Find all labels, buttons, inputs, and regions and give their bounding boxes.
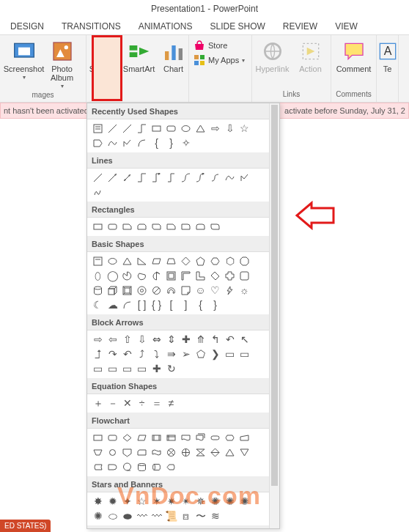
shape-star32[interactable]: ✺ — [92, 510, 104, 522]
shape-arrow-curve-down[interactable]: ⤵ — [150, 348, 163, 361]
shape-arrow-curve-up[interactable]: ⤴ — [136, 348, 148, 361]
shape-or[interactable] — [180, 446, 192, 459]
shape-line[interactable] — [121, 122, 133, 135]
shape-arrow-bentup[interactable]: ⮥ — [92, 348, 104, 361]
shape-star[interactable]: ☆ — [238, 122, 251, 135]
shape-textbox[interactable] — [92, 255, 104, 267]
shape-data[interactable] — [136, 432, 148, 444]
shape-predefined[interactable] — [150, 432, 163, 444]
shape-no-symbol[interactable] — [150, 284, 163, 297]
shape-merge[interactable] — [238, 446, 251, 459]
shape-curve-arrow[interactable] — [194, 171, 207, 184]
shape-stored-data[interactable] — [92, 461, 104, 473]
shape-double-arrow[interactable] — [121, 171, 133, 184]
screenshot-button[interactable]: Screenshot ▾ — [7, 38, 42, 82]
shape-magnetic-disk[interactable] — [136, 461, 148, 473]
shape-heptagon[interactable]: ⬡ — [224, 255, 236, 267]
shape-trapezoid[interactable] — [165, 255, 177, 267]
shape-cube[interactable] — [106, 284, 119, 297]
shape-minus[interactable]: － — [106, 397, 119, 410]
shape-octagon[interactable] — [238, 255, 251, 267]
shape-right-brace[interactable]: } — [209, 299, 221, 311]
shape-manual-input[interactable] — [238, 432, 251, 444]
shape-donut[interactable] — [136, 284, 148, 297]
shape-ribbon-curved-up[interactable]: 〰 — [136, 510, 148, 522]
chart-button[interactable]: Chart — [161, 38, 187, 73]
shape-arrow-left[interactable]: ⇦ — [106, 333, 119, 346]
shape-right-triangle[interactable] — [136, 255, 148, 267]
shape-dodecagon[interactable]: ◯ — [106, 270, 119, 282]
shape-ribbon-down[interactable]: ⬬ — [121, 510, 133, 522]
shape-display[interactable] — [165, 461, 177, 473]
shape-decision[interactable] — [121, 432, 133, 444]
shape-star4[interactable]: ✧ — [180, 137, 192, 149]
shape-half-frame[interactable] — [180, 270, 192, 282]
shape-plaque[interactable] — [238, 270, 251, 282]
shape-curve-free[interactable] — [224, 171, 236, 184]
shape-arrow-leftup[interactable]: ↖ — [238, 333, 251, 346]
shape-arrow-curve-left[interactable]: ↶ — [121, 348, 133, 361]
shape-arrow-pentagon[interactable]: ⬠ — [194, 348, 207, 361]
shape-moon[interactable]: ☾ — [92, 299, 104, 311]
shape-double-wave[interactable]: ≋ — [209, 510, 221, 522]
shape-process[interactable] — [92, 432, 104, 444]
action-button[interactable]: Action — [293, 38, 328, 73]
shape-elbow-double[interactable] — [165, 171, 177, 184]
shape-alt-process[interactable] — [106, 432, 119, 444]
shape-round-same[interactable] — [194, 221, 207, 233]
text-box-button[interactable]: A Te — [379, 38, 397, 73]
shape-double-brace[interactable]: { } — [150, 299, 163, 311]
shape-right-bracket[interactable]: ] — [180, 299, 192, 311]
shape-elbow-arrow[interactable] — [150, 171, 163, 184]
shape-frame[interactable] — [165, 270, 177, 282]
shape-bevel[interactable] — [121, 284, 133, 297]
shape-multidoc[interactable] — [194, 432, 207, 444]
shape-arrow-notched[interactable]: ➢ — [180, 348, 192, 361]
shape-offpage[interactable] — [121, 446, 133, 459]
shape-rounded-rect[interactable] — [165, 122, 177, 135]
shape-rounded-rect[interactable] — [106, 221, 119, 233]
hyperlink-button[interactable]: Hyperlink — [255, 38, 290, 73]
tab-view[interactable]: VIEW — [335, 21, 358, 32]
shape-tape[interactable] — [150, 446, 163, 459]
tab-slideshow[interactable]: SLIDE SHOW — [210, 21, 265, 32]
shape-freeform[interactable] — [238, 171, 251, 184]
shape-left-brace[interactable]: { — [194, 299, 207, 311]
comment-button[interactable]: Comment — [336, 38, 372, 73]
shape-scribble[interactable] — [92, 186, 104, 199]
shape-chord[interactable] — [136, 270, 148, 282]
shape-terminator[interactable] — [209, 432, 221, 444]
shape-ribbon-curved-down[interactable]: 〰 — [150, 510, 163, 522]
shape-snip-diag[interactable] — [150, 221, 163, 233]
shape-cloud[interactable]: ☁ — [106, 299, 119, 311]
shape-lshape[interactable] — [194, 270, 207, 282]
shape-snip-round[interactable] — [165, 221, 177, 233]
shape-arrow-right[interactable]: ⇨ — [209, 122, 221, 135]
store-button[interactable]: Store — [191, 38, 250, 53]
shape-manual-op[interactable] — [92, 446, 104, 459]
shape-parallelogram[interactable] — [150, 255, 163, 267]
shape-brace-left[interactable]: { — [150, 137, 163, 149]
shape-arrow-callout-lr[interactable]: ▭ — [121, 363, 133, 375]
shape-plus[interactable]: ＋ — [92, 397, 104, 410]
shape-curve[interactable] — [106, 137, 119, 149]
shape-arrow-up[interactable]: ⇧ — [121, 333, 133, 346]
shape-line[interactable] — [106, 122, 119, 135]
shape-arrow-bent[interactable]: ↰ — [209, 333, 221, 346]
shape-document[interactable] — [180, 432, 192, 444]
shape-lightning[interactable] — [224, 284, 236, 297]
shape-card[interactable] — [136, 446, 148, 459]
shape-arrow-striped[interactable]: ⇛ — [165, 348, 177, 361]
shape-rect[interactable] — [92, 221, 104, 233]
shape-arrow-leftrightup[interactable]: ⤊ — [194, 333, 207, 346]
shape-not-equal[interactable]: ≠ — [165, 397, 177, 410]
photo-album-button[interactable]: Photo Album ▾ — [45, 38, 80, 91]
shape-extract[interactable] — [224, 446, 236, 459]
tab-review[interactable]: REVIEW — [283, 21, 317, 32]
shape-snip-single[interactable] — [121, 221, 133, 233]
shape-arrow-right[interactable]: ⇨ — [92, 333, 104, 346]
shape-hexagon[interactable] — [209, 255, 221, 267]
shape-brace-right[interactable]: } — [165, 137, 177, 149]
shape-double-bracket[interactable]: [ ] — [136, 299, 148, 311]
shape-sort[interactable] — [209, 446, 221, 459]
